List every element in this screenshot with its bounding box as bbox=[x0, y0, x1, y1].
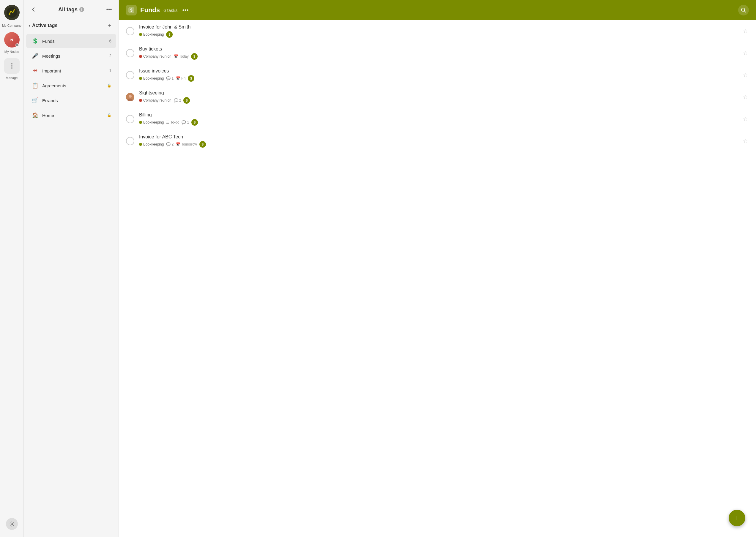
settings-button[interactable] bbox=[6, 518, 18, 530]
calendar-icon: 📅 bbox=[176, 76, 180, 80]
company-logo[interactable] bbox=[4, 5, 20, 20]
main-header-title: Funds bbox=[140, 6, 160, 14]
sidebar-item-important[interactable]: ✳ Important 1 bbox=[26, 63, 116, 78]
sidebar-item-funds[interactable]: 💲 Funds 6 bbox=[26, 34, 116, 48]
task-user-avatar: S bbox=[183, 97, 190, 103]
main-header: $ Funds 6 tasks ••• bbox=[119, 0, 756, 20]
comments-count: 2 bbox=[179, 98, 181, 103]
calendar-icon: 📅 bbox=[176, 142, 180, 146]
task-body: Issue invoices Bookkeeping 💬 1 📅 Fri S bbox=[139, 68, 742, 82]
task-user-avatar: S bbox=[200, 141, 206, 147]
manage-label: Manage bbox=[6, 76, 18, 80]
task-subtasks-badge: ☰ To-do bbox=[166, 120, 179, 124]
info-icon: i bbox=[79, 7, 84, 12]
project-dot bbox=[139, 77, 142, 80]
task-star-button[interactable]: ☆ bbox=[742, 71, 749, 80]
company-label: My Company bbox=[2, 24, 22, 27]
table-row[interactable]: Sightseeing Company reunion 💬 2 S ☆ bbox=[119, 86, 756, 108]
task-project-tag: Bookkeeping bbox=[139, 142, 164, 146]
project-dot bbox=[139, 55, 142, 58]
add-tag-button[interactable]: + bbox=[106, 21, 114, 30]
sidebar-item-home[interactable]: 🏠 Home 🔒 bbox=[26, 108, 116, 122]
user-avatar[interactable]: N bbox=[4, 32, 20, 48]
task-checkbox[interactable] bbox=[126, 115, 134, 123]
task-star-button[interactable]: ☆ bbox=[742, 93, 749, 102]
sidebar-item-errands[interactable]: 🛒 Errands bbox=[26, 93, 116, 107]
svg-point-1 bbox=[9, 13, 10, 15]
funds-icon: 💲 bbox=[31, 37, 39, 45]
task-user-avatar: S bbox=[191, 53, 198, 60]
comments-icon: 💬 bbox=[166, 142, 171, 146]
task-user-avatar: S bbox=[166, 31, 173, 38]
task-checkbox[interactable] bbox=[126, 27, 134, 35]
table-row[interactable]: Invoice for ABC Tech Bookkeeping 💬 2 📅 T… bbox=[119, 130, 756, 152]
table-row[interactable]: Billing Bookkeeping ☰ To-do 💬 1 S bbox=[119, 108, 756, 130]
table-row[interactable]: Buy tickets Company reunion 📅 Today S ☆ bbox=[119, 42, 756, 64]
svg-text:$: $ bbox=[130, 8, 133, 13]
active-tags-title: ▾ Active tags bbox=[28, 23, 57, 28]
task-title: Invoice for John & Smith bbox=[139, 24, 742, 30]
task-body: Invoice for ABC Tech Bookkeeping 💬 2 📅 T… bbox=[139, 134, 742, 147]
add-task-fab[interactable]: + bbox=[729, 510, 745, 526]
main-header-count: 6 tasks bbox=[163, 8, 178, 13]
comments-icon: 💬 bbox=[174, 98, 178, 103]
task-body: Billing Bookkeeping ☰ To-do 💬 1 S bbox=[139, 112, 742, 126]
important-count: 1 bbox=[109, 68, 111, 73]
meetings-count: 2 bbox=[109, 54, 111, 58]
task-meta: Bookkeeping 💬 1 📅 Fri S bbox=[139, 75, 742, 82]
table-row[interactable]: Issue invoices Bookkeeping 💬 1 📅 Fri S bbox=[119, 64, 756, 86]
nav-column: My Company N My Nozbe Manage bbox=[0, 0, 24, 537]
main-header-more-button[interactable]: ••• bbox=[182, 7, 189, 14]
search-button[interactable] bbox=[738, 5, 749, 16]
funds-count: 6 bbox=[109, 39, 111, 43]
table-row[interactable]: Invoice for John & Smith Bookkeeping S ☆ bbox=[119, 20, 756, 42]
section-toggle-icon[interactable]: ▾ bbox=[28, 23, 30, 28]
task-body: Sightseeing Company reunion 💬 2 S bbox=[139, 90, 742, 103]
important-icon: ✳ bbox=[31, 66, 39, 75]
task-checkbox[interactable] bbox=[126, 49, 134, 57]
task-star-button[interactable]: ☆ bbox=[742, 27, 749, 36]
manage-dot3 bbox=[11, 67, 13, 68]
home-lock-icon: 🔒 bbox=[107, 113, 111, 117]
manage-dot2 bbox=[11, 65, 13, 66]
task-avatar bbox=[126, 93, 134, 101]
task-title: Sightseeing bbox=[139, 90, 742, 96]
agreements-icon: 📋 bbox=[31, 81, 39, 90]
task-project-label: Bookkeeping bbox=[143, 76, 164, 80]
task-title: Invoice for ABC Tech bbox=[139, 134, 742, 140]
task-comments-badge: 💬 2 bbox=[166, 142, 174, 146]
task-user-avatar: S bbox=[188, 75, 194, 82]
task-star-button[interactable]: ☆ bbox=[742, 49, 749, 58]
sidebar-item-agreements[interactable]: 📋 Agreements 🔒 bbox=[26, 78, 116, 93]
task-body: Buy tickets Company reunion 📅 Today S bbox=[139, 46, 742, 60]
task-project-tag: Company reunion bbox=[139, 98, 171, 103]
sidebar-header: All tags i ••• bbox=[24, 5, 118, 19]
meetings-label: Meetings bbox=[42, 54, 109, 59]
main-content: $ Funds 6 tasks ••• Invoice for John & S… bbox=[119, 0, 756, 537]
task-body: Invoice for John & Smith Bookkeeping S bbox=[139, 24, 742, 38]
task-star-button[interactable]: ☆ bbox=[742, 137, 749, 145]
home-icon: 🏠 bbox=[31, 111, 39, 119]
task-project-label: Company reunion bbox=[143, 54, 171, 59]
task-meta: Company reunion 💬 2 S bbox=[139, 97, 742, 103]
sidebar-item-meetings[interactable]: 🎤 Meetings 2 bbox=[26, 49, 116, 63]
task-checkbox[interactable] bbox=[126, 71, 134, 79]
comments-count: 1 bbox=[171, 76, 174, 80]
back-button[interactable] bbox=[28, 5, 38, 14]
checklist-icon: ☰ bbox=[166, 120, 169, 124]
task-date-label: Fri bbox=[181, 76, 185, 80]
task-meta: Bookkeeping ☰ To-do 💬 1 S bbox=[139, 119, 742, 126]
svg-point-5 bbox=[741, 8, 745, 11]
home-label: Home bbox=[42, 113, 106, 118]
project-dot bbox=[139, 121, 142, 124]
agreements-label: Agreements bbox=[42, 83, 106, 88]
task-date: 📅 Fri bbox=[176, 76, 185, 80]
active-tags-section-header: ▾ Active tags + bbox=[24, 19, 118, 32]
calendar-icon: 📅 bbox=[174, 54, 178, 59]
task-checkbox[interactable] bbox=[126, 137, 134, 145]
task-project-label: Bookkeeping bbox=[143, 142, 164, 146]
task-project-label: Company reunion bbox=[143, 98, 171, 103]
manage-button[interactable] bbox=[4, 58, 20, 74]
task-star-button[interactable]: ☆ bbox=[742, 115, 749, 124]
sidebar-more-button[interactable]: ••• bbox=[104, 5, 114, 14]
